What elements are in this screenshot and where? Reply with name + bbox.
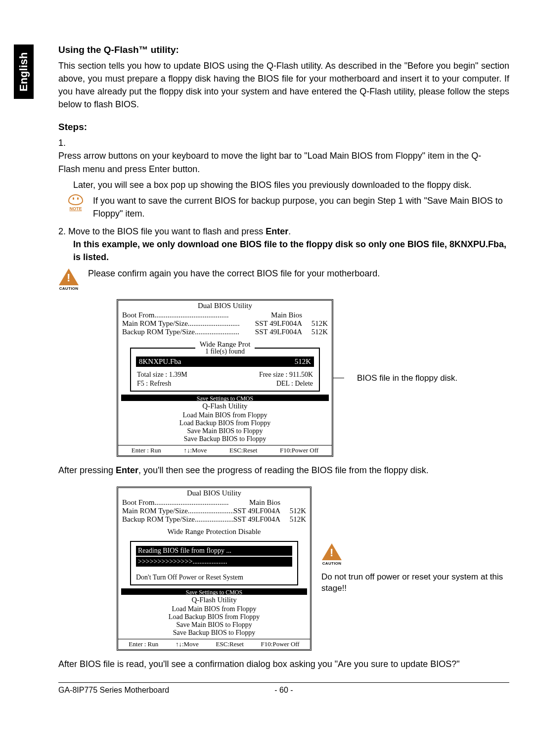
backup-rom-size: 512K — [302, 328, 328, 336]
bios-file-name: 8KNXPU.Fba — [139, 357, 181, 366]
step-1: 1. Press arrow buttons on your keyboard … — [58, 136, 509, 175]
qflash-item-save-backup-2[interactable]: Save Backup BIOS to Floppy — [118, 629, 310, 637]
language-tab: English — [14, 44, 34, 99]
bios-title-2: Dual BIOS Utility — [118, 488, 310, 498]
qflash-item-save-backup[interactable]: Save Backup BIOS to Floppy — [118, 435, 332, 443]
intro-paragraph: This section tells you how to update BIO… — [58, 59, 509, 111]
reading-progress: >>>>>>>>>>>>>>.................... — [136, 557, 292, 567]
key-move: ↑↓:Move — [183, 446, 207, 454]
main-rom-size: 512K — [302, 319, 328, 328]
qflash-item-load-backup[interactable]: Load Backup BIOS from Floppy — [118, 419, 332, 427]
main-rom-label: Main ROM Type/Size — [122, 319, 188, 328]
reading-popup: Reading BIOS file from floppy ... >>>>>>… — [130, 541, 298, 585]
f5-key: F5 : Refresh — [137, 380, 171, 388]
footer-page-number: - 60 - — [274, 686, 293, 695]
bios-figure-2: Dual BIOS Utility Boot From ............… — [117, 487, 509, 651]
step-1-later: Later, you will see a box pop up showing… — [73, 178, 509, 191]
caution-text: Please confirm again you have the correc… — [88, 268, 380, 279]
free-size: Free size : 911.50K — [259, 371, 313, 379]
step-2: 2. Move to the BIOS file you want to fla… — [58, 225, 509, 238]
caution-icon: ! CAUTION — [55, 268, 82, 293]
page-footer: GA-8IP775 Series Motherboard - 60 - — [58, 682, 509, 695]
bios-title: Dual BIOS Utility — [118, 301, 332, 311]
caution-block: ! CAUTION Please confirm again you have … — [58, 268, 509, 293]
qflash-title-2: Q-Flash Utility — [118, 595, 310, 605]
caution-icon-label: CAUTION — [59, 286, 79, 291]
qflash-item-save-main[interactable]: Save Main BIOS to Floppy — [118, 427, 332, 435]
key-esc: ESC:Reset — [229, 446, 257, 454]
steps-list: 1. Press arrow buttons on your keyboard … — [58, 136, 509, 175]
after-enter-text: After pressing Enter, you'll then see th… — [58, 464, 509, 477]
backup-rom-label: Backup ROM Type/Size — [122, 328, 195, 336]
step-2-dot: . — [288, 226, 291, 236]
section-heading-qflash: Using the Q-Flash™ utility: — [58, 44, 509, 55]
qflash-item-save-main-2[interactable]: Save Main BIOS to Floppy — [118, 621, 310, 629]
callout-line — [333, 378, 344, 378]
qflash-title: Q-Flash Utility — [118, 401, 332, 411]
callout-bios-file: BIOS file in the floppy disk. — [357, 372, 457, 384]
note-text: If you want to save the current BIOS for… — [93, 194, 509, 220]
steps-heading: Steps: — [58, 122, 509, 133]
boot-from-value: Main Bios — [271, 311, 302, 319]
qflash-item-load-backup-2[interactable]: Load Backup BIOS from Floppy — [118, 613, 310, 621]
file-popup: 1 file(s) found 8KNXPU.Fba 512K Total si… — [130, 348, 320, 392]
key-f10: F10:Power Off — [280, 446, 318, 454]
main-rom-value: SST 49LF004A — [255, 319, 302, 328]
footer-model: GA-8IP775 Series Motherboard — [58, 686, 274, 695]
qflash-menu: Load Main BIOS from Floppy Load Backup B… — [118, 411, 332, 445]
step-number: 1. — [58, 136, 73, 149]
bios-file-size: 512K — [295, 357, 311, 366]
note-block: NOTE If you want to save the current BIO… — [65, 194, 509, 220]
backup-rom-value: SST 49LF004A — [255, 328, 302, 336]
total-size: Total size : 1.39M — [137, 371, 187, 379]
bios-file-row[interactable]: 8KNXPU.Fba 512K — [136, 356, 314, 367]
bios-figure-1: Dual BIOS Utility Boot From ............… — [117, 299, 509, 457]
caution-icon-side: ! CAUTION — [318, 543, 345, 568]
boot-from-label: Boot From — [122, 311, 154, 319]
wrp-line-full: Wide Range Protection Disable — [122, 528, 306, 536]
save-cmos-line: Save Settings to CMOS — [121, 395, 329, 401]
page-content: Using the Q-Flash™ utility: This section… — [58, 44, 509, 695]
file-popup-title: 1 file(s) found — [195, 348, 255, 356]
step-2-text: 2. Move to the BIOS file you want to fla… — [58, 226, 266, 236]
step-2-enter: Enter — [266, 226, 288, 236]
bios-utility-box-2: Dual BIOS Utility Boot From ............… — [117, 487, 312, 651]
reading-line-1: Reading BIOS file from floppy ... — [136, 546, 292, 556]
after-read-text: After BIOS file is read, you'll see a co… — [58, 658, 509, 670]
save-cmos-line-2: Save Settings to CMOS — [121, 588, 307, 595]
example-bold-text: In this example, we only download one BI… — [73, 238, 509, 264]
callout-do-not-power-off: Do not trun off power or reset your syst… — [321, 571, 509, 595]
qflash-item-load-main[interactable]: Load Main BIOS from Floppy — [118, 411, 332, 419]
bios-utility-box: Dual BIOS Utility Boot From ............… — [117, 299, 333, 457]
note-icon-label: NOTE — [69, 206, 82, 211]
step-text: Press arrow buttons on your keyboard to … — [58, 149, 492, 175]
key-enter: Enter : Run — [132, 446, 161, 454]
note-icon: NOTE — [65, 194, 86, 215]
del-key: DEL : Delete — [276, 380, 313, 388]
reading-warning: Don't Turn Off Power or Reset System — [136, 574, 292, 581]
qflash-item-load-main-2[interactable]: Load Main BIOS from Floppy — [118, 605, 310, 613]
